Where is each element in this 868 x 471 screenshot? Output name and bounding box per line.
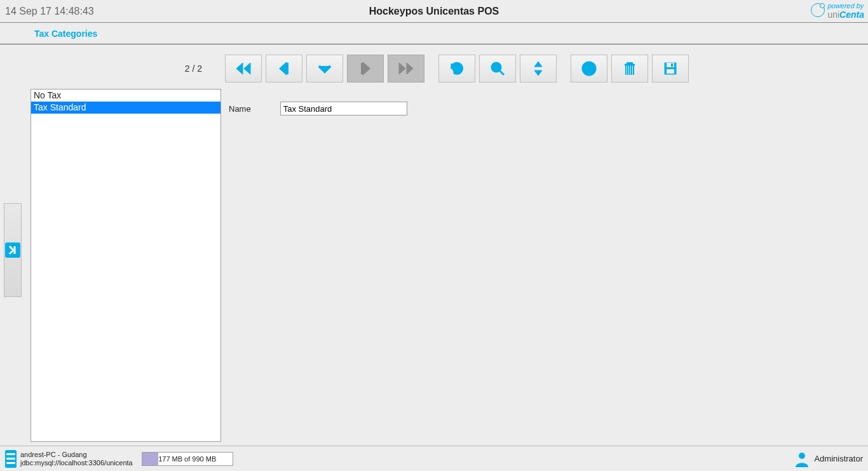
memory-gauge[interactable]: 177 MB of 990 MB — [142, 452, 233, 466]
status-bar: andrest-PC - Gudang jdbc:mysql://localho… — [0, 446, 868, 471]
delete-button[interactable] — [611, 55, 648, 83]
svg-point-5 — [799, 453, 805, 459]
branding-circle-icon — [811, 3, 825, 17]
save-button[interactable] — [652, 55, 689, 83]
toolbar: 2 / 2 — [31, 51, 867, 86]
next-record-button — [347, 55, 384, 83]
list-item[interactable]: No Tax — [31, 90, 220, 102]
name-input[interactable] — [280, 102, 407, 116]
first-record-button[interactable] — [225, 55, 262, 83]
expand-down-button[interactable] — [306, 55, 343, 83]
svg-rect-3 — [671, 63, 673, 67]
status-host: andrest-PC - Gudang — [20, 451, 133, 459]
list-item[interactable]: Tax Standard — [31, 102, 220, 114]
user-icon — [794, 451, 810, 467]
timestamp: 14 Sep 17 14:48:43 — [5, 6, 94, 17]
add-button[interactable] — [571, 55, 607, 83]
sidebar-toggle[interactable] — [4, 203, 22, 297]
app-title: Hockeypos Unicentas POS — [0, 6, 868, 17]
main-area: 2 / 2 — [0, 46, 868, 446]
last-record-button — [388, 55, 424, 83]
svg-point-0 — [492, 63, 501, 72]
database-icon — [5, 450, 17, 468]
title-bar: 14 Sep 17 14:48:43 Hockeypos Unicentas P… — [0, 0, 868, 23]
sort-button[interactable] — [520, 55, 557, 83]
branding-line2a: uni — [827, 10, 839, 20]
pager-label: 2 / 2 — [31, 63, 221, 74]
expand-sidebar-icon — [5, 242, 20, 258]
refresh-button[interactable] — [438, 55, 475, 83]
branding-logo: powered by uniCenta — [811, 1, 864, 19]
status-user: Administrator — [814, 454, 863, 463]
prev-record-button[interactable] — [266, 55, 302, 83]
status-connection: jdbc:mysql://localhost:3306/unicenta — [20, 459, 133, 467]
svg-rect-4 — [667, 69, 674, 74]
form-area: Name — [221, 89, 867, 442]
category-list[interactable]: No TaxTax Standard — [31, 89, 221, 442]
branding-line1: powered by — [827, 1, 864, 10]
search-button[interactable] — [479, 55, 516, 83]
branding-line2b: Centa — [839, 10, 864, 20]
name-label: Name — [229, 104, 251, 114]
panel-title: Tax Categories — [0, 23, 868, 44]
svg-rect-2 — [667, 63, 674, 67]
memory-label: 177 MB of 990 MB — [158, 455, 216, 463]
